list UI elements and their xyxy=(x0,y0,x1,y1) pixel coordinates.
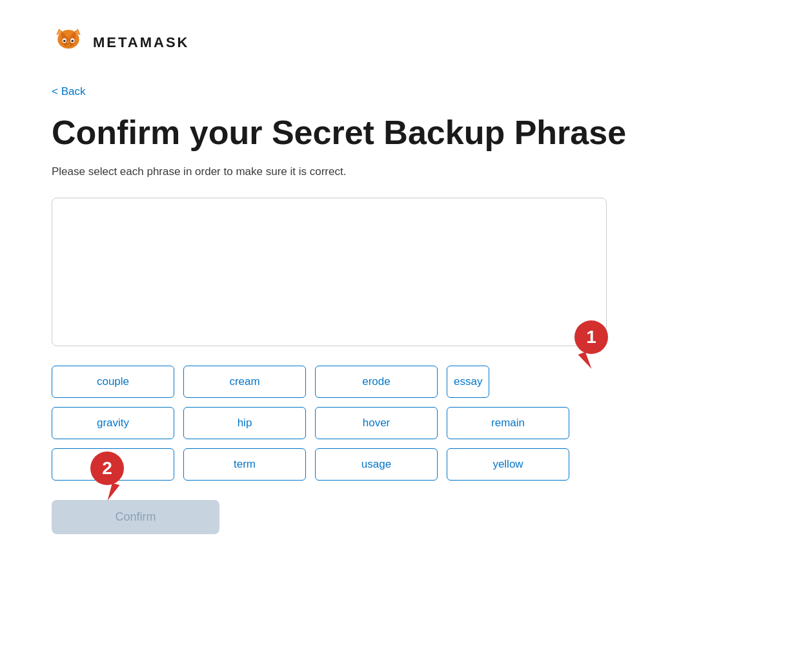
word-button-cream[interactable]: cream xyxy=(183,366,306,398)
header: METAMASK xyxy=(52,26,760,59)
svg-point-9 xyxy=(63,40,66,43)
word-button-term[interactable]: term xyxy=(183,448,306,481)
svg-point-10 xyxy=(71,40,74,43)
word-button-couple[interactable]: couple xyxy=(52,366,174,398)
page-title: Confirm your Secret Backup Phrase xyxy=(52,114,760,152)
essay-wrapper: essay 1 xyxy=(447,366,569,398)
svg-point-11 xyxy=(66,43,70,45)
word-grid: couple cream erode essay 1 gravity hip h… xyxy=(52,366,607,481)
annotation-tail-1 xyxy=(578,352,592,371)
confirm-wrapper: 2 Confirm xyxy=(52,500,219,554)
word-button-essay[interactable]: essay xyxy=(447,366,489,398)
back-link[interactable]: < Back xyxy=(52,85,85,98)
logo-text: METAMASK xyxy=(93,34,189,51)
word-button-yellow[interactable]: yellow xyxy=(447,448,569,481)
confirm-button[interactable]: Confirm xyxy=(52,500,219,534)
word-button-ski[interactable]: ski xyxy=(52,448,174,481)
page-subtitle: Please select each phrase in order to ma… xyxy=(52,165,760,178)
word-button-gravity[interactable]: gravity xyxy=(52,407,174,439)
word-button-hip[interactable]: hip xyxy=(183,407,306,439)
word-button-usage[interactable]: usage xyxy=(315,448,438,481)
metamask-logo-icon xyxy=(52,26,85,59)
word-button-erode[interactable]: erode xyxy=(315,366,438,398)
phrase-selection-box xyxy=(52,198,607,346)
word-button-hover[interactable]: hover xyxy=(315,407,438,439)
word-button-remain[interactable]: remain xyxy=(447,407,569,439)
